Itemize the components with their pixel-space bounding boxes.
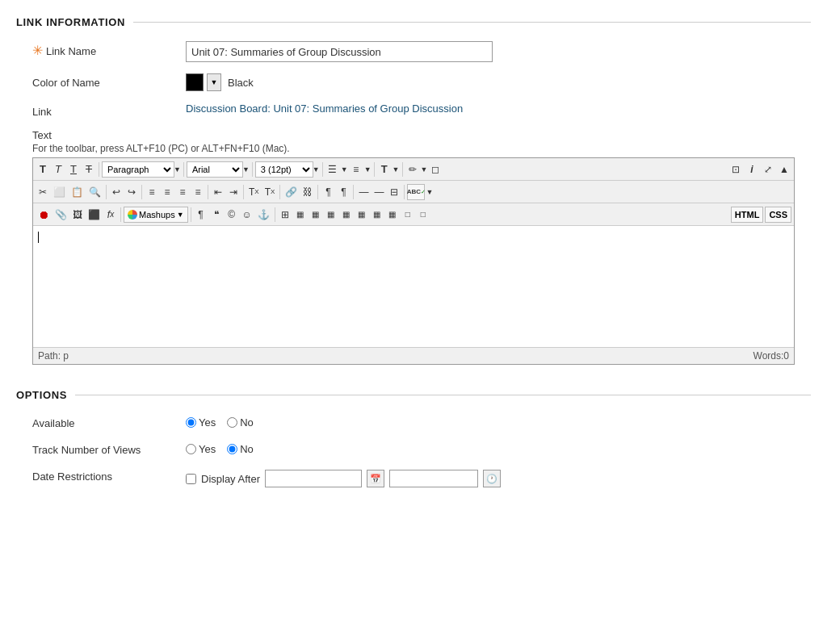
rte-info-button[interactable]: i: [745, 161, 759, 178]
rte-tcell4[interactable]: ▦: [339, 207, 354, 223]
rte-superscript-button[interactable]: TX: [246, 184, 262, 200]
available-label: Available: [32, 414, 186, 429]
rte-ordered-list-button[interactable]: ≡: [349, 161, 363, 178]
rte-align-justify-button[interactable]: ≡: [191, 184, 205, 200]
rte-italic-button[interactable]: T: [51, 161, 65, 178]
rte-sep11: [279, 185, 280, 199]
rte-paragraph-select[interactable]: Paragraph Heading 1 Heading 2: [102, 161, 174, 178]
rte-tcell5[interactable]: ▦: [355, 207, 369, 223]
rte-body[interactable]: [33, 226, 794, 347]
color-of-name-row: Color of Name ▼ Black: [32, 73, 795, 91]
rte-link-button[interactable]: 🔗: [283, 184, 300, 200]
display-after-calendar-button[interactable]: 📅: [367, 470, 384, 487]
rte-align-left-button[interactable]: ≡: [145, 184, 159, 200]
rte-quote-button[interactable]: ❝: [209, 207, 224, 223]
rte-flash-button[interactable]: ⬛: [86, 207, 103, 223]
rte-ltr-button[interactable]: ¶: [321, 184, 335, 200]
rte-sep14: [404, 185, 405, 199]
rte-youtube-button[interactable]: ⏺: [36, 207, 52, 223]
rte-sep9: [208, 185, 208, 199]
rte-media-button[interactable]: ⊡: [728, 161, 743, 178]
rte-html-button[interactable]: HTML: [731, 207, 764, 223]
color-swatch[interactable]: [186, 73, 204, 91]
rte-table-button[interactable]: ⊞: [278, 207, 292, 223]
rte-bold-button[interactable]: T: [36, 161, 50, 178]
rte-sep5: [374, 162, 375, 177]
rte-unordered-list-button[interactable]: ☰: [325, 161, 340, 178]
rte-size-select[interactable]: 3 (12pt) 1 (8pt) 2 (10pt) 4 (14pt): [255, 161, 313, 178]
rte-tcell8[interactable]: □: [401, 207, 415, 223]
rte-find-button[interactable]: 🔍: [86, 184, 103, 200]
track-views-row: Track Number of Views Yes No: [32, 441, 795, 456]
track-no-label[interactable]: No: [227, 443, 254, 455]
rte-pilcrow-button[interactable]: ¶: [194, 207, 208, 223]
rte-strikethrough-button[interactable]: T: [82, 161, 96, 178]
display-after-date-input[interactable]: [265, 470, 362, 487]
track-yes-radio[interactable]: [186, 444, 196, 454]
rte-font-color-button[interactable]: T: [377, 161, 392, 178]
link-info-form: ✳ Link Name Color of Name ▼ Black: [16, 41, 811, 373]
rte-image-button[interactable]: 🖼: [70, 207, 85, 223]
toolbar-hint: For the toolbar, press ALT+F10 (PC) or A…: [32, 143, 795, 154]
rte-tcell6[interactable]: ▦: [370, 207, 384, 223]
rte-sep6: [402, 162, 403, 177]
rte-toolbar-row3: ⏺ 📎 🖼 ⬛ fx Mashups ▼ ¶ ❝ © ☺ ⚓ ⊞ ▦: [33, 203, 794, 226]
rte-copyright-button[interactable]: ©: [225, 207, 239, 223]
available-yes-label[interactable]: Yes: [186, 416, 216, 429]
rte-align-right-button[interactable]: ≡: [175, 184, 190, 200]
display-after-time-input[interactable]: [389, 470, 478, 487]
rte-font-arrow: ▼: [393, 165, 400, 174]
rte-hrule3-button[interactable]: ⊟: [387, 184, 401, 200]
rte-underline-button[interactable]: T: [66, 161, 81, 178]
clock-icon: 🕐: [486, 474, 497, 484]
rte-footer: Path: p Words:0: [33, 347, 794, 364]
rte-undo-button[interactable]: ↩: [109, 184, 124, 200]
rte-cut-button[interactable]: ✂: [36, 184, 50, 200]
rte-spellcheck-button[interactable]: ABC ✓: [407, 184, 425, 200]
link-name-input[interactable]: [186, 41, 493, 62]
rte-collapse-button[interactable]: ▲: [777, 161, 791, 178]
rte-copy-button[interactable]: ⬜: [51, 184, 68, 200]
available-no-radio[interactable]: [227, 417, 237, 428]
color-dropdown-button[interactable]: ▼: [207, 73, 221, 91]
rte-hrule2-button[interactable]: —: [372, 184, 386, 200]
available-no-label[interactable]: No: [227, 416, 254, 429]
rte-tcell1[interactable]: ▦: [293, 207, 308, 223]
rte-expand-button[interactable]: ⤢: [761, 161, 775, 178]
available-yes-radio[interactable]: [186, 417, 196, 428]
rte-smiley-button[interactable]: ☺: [240, 207, 254, 223]
track-no-radio[interactable]: [227, 444, 237, 454]
rte-pencil-button[interactable]: ✏: [405, 161, 420, 178]
display-after-clock-button[interactable]: 🕐: [483, 470, 501, 487]
rte-align-center-button[interactable]: ≡: [160, 184, 174, 200]
rte-select-arrow1: ▼: [174, 165, 181, 174]
rte-mashups-button[interactable]: Mashups ▼: [124, 207, 188, 223]
rte-indent-left-button[interactable]: ⇤: [211, 184, 225, 200]
rte-tcell9[interactable]: □: [416, 207, 430, 223]
rte-rtl-button[interactable]: ¶: [336, 184, 351, 200]
rich-text-editor[interactable]: T T T T Paragraph Heading 1 Heading 2 ▼ …: [32, 157, 795, 365]
date-restrictions-controls: Display After 📅 🕐: [186, 467, 795, 487]
rte-redo-button[interactable]: ↪: [124, 184, 139, 200]
track-yes-label[interactable]: Yes: [186, 443, 216, 455]
rte-tcell7[interactable]: ▦: [385, 207, 400, 223]
rte-list-arrow1: ▼: [341, 165, 348, 174]
rte-eraser-button[interactable]: ◻: [428, 161, 443, 178]
rte-font-select[interactable]: Arial Times New Roman Courier: [187, 161, 243, 178]
rte-paste-button[interactable]: 📋: [69, 184, 86, 200]
rte-tcell3[interactable]: ▦: [324, 207, 338, 223]
link-name-field: [186, 41, 795, 62]
rte-indent-right-button[interactable]: ⇥: [226, 184, 241, 200]
display-after-checkbox[interactable]: [186, 474, 196, 484]
rte-formula-button[interactable]: fx: [103, 207, 118, 223]
rte-css-button[interactable]: CSS: [765, 207, 791, 223]
rte-hrule-button[interactable]: —: [356, 184, 371, 200]
color-of-name-label: Color of Name: [32, 73, 186, 89]
html-css-group: HTML CSS: [731, 207, 791, 223]
rte-attachment-button[interactable]: 📎: [52, 207, 69, 223]
display-after-checkbox-label[interactable]: [186, 474, 196, 484]
rte-subscript-button[interactable]: TX: [262, 184, 278, 200]
rte-tcell2[interactable]: ▦: [309, 207, 323, 223]
rte-unlink-button[interactable]: ⛓: [300, 184, 315, 200]
rte-anchor-button[interactable]: ⚓: [255, 207, 272, 223]
